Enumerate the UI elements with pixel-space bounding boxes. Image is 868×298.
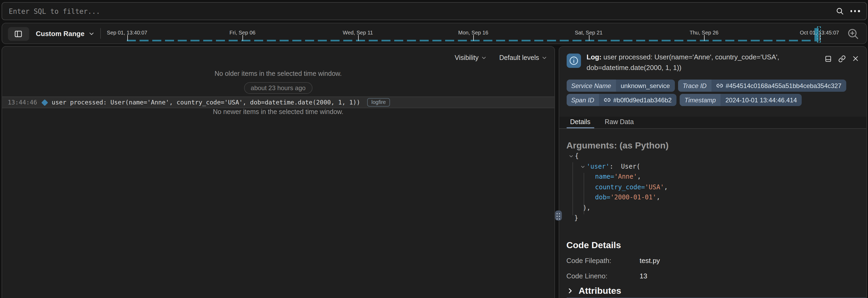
code-token: ,: [664, 183, 668, 191]
arguments-heading-main: Arguments:: [566, 140, 617, 151]
badge-span-id[interactable]: Span ID#b0f0d9ed1ab346b2: [566, 94, 677, 106]
chevron-down-icon: [481, 55, 487, 60]
timeline-tick-label: Mon, Sep 16: [458, 30, 488, 36]
dock-panel-icon[interactable]: [824, 55, 832, 63]
code-token: User(: [621, 163, 640, 170]
visibility-dropdown[interactable]: Visibility: [455, 54, 487, 61]
badge-value: #454514c0168a455a51bb4ceba354c327: [711, 82, 846, 89]
info-icon: [566, 54, 581, 68]
timeline-tick-mark: [473, 35, 474, 41]
code-token: 'Anne': [614, 173, 637, 180]
log-list-panel: Visibility Default levels No older items…: [1, 46, 555, 298]
sql-filter-input[interactable]: [1, 2, 867, 20]
arguments-code-tree: {'user': User(name='Anne',country_code='…: [566, 151, 859, 224]
log-row-tag[interactable]: logfire: [367, 98, 390, 107]
timeline-tick-mark: [358, 35, 359, 41]
code-detail-value: test.py: [640, 253, 859, 268]
close-icon[interactable]: [852, 55, 859, 62]
code-token: {: [575, 152, 579, 160]
code-line: country_code='USA',: [566, 182, 859, 193]
code-token: 'user': [587, 163, 610, 170]
timeline-tick-label: Fri, Sep 06: [229, 30, 255, 36]
badge-link-icon: [716, 82, 723, 89]
tab-raw-data[interactable]: Raw Data: [601, 117, 638, 128]
code-detail-label: Code Filepath:: [566, 253, 640, 268]
log-row-message: user processed: User(name='Anne', countr…: [52, 99, 360, 106]
code-token: 'USA': [645, 183, 664, 191]
chevron-down-icon: [542, 55, 547, 60]
time-ago-badge: about 23 hours ago: [244, 82, 312, 94]
timeline-tick-mark: [704, 35, 705, 41]
badge-value: unknown_service: [616, 82, 675, 89]
timeline-tick-label: Sep 01, 13:40:07: [107, 30, 147, 36]
code-line: ),: [566, 203, 859, 213]
code-token: ),: [583, 204, 590, 211]
timeline-tick-mark: [589, 35, 589, 41]
attributes-section-toggle[interactable]: Attributes: [566, 286, 859, 296]
more-options-icon[interactable]: [850, 10, 860, 12]
attributes-chevron-icon: [566, 288, 573, 294]
code-token: '2000-01-01': [611, 194, 656, 201]
timeline-tick-mark: [243, 35, 243, 41]
code-details-heading: Code Details: [566, 239, 859, 251]
timeline-tick-mark: [127, 35, 128, 41]
code-detail-label: Code Lineno:: [566, 268, 640, 284]
code-detail-value: 13: [640, 268, 859, 284]
link-icon[interactable]: [838, 55, 845, 63]
badge-label: Trace ID: [678, 79, 711, 92]
badge-link-icon: [604, 97, 611, 103]
arguments-heading-sub: (as Python): [619, 140, 669, 151]
sql-filter-bar: [1, 2, 867, 20]
tree-chevron-icon[interactable]: [568, 154, 573, 159]
code-token: dob=: [595, 194, 611, 201]
code-line: {: [566, 151, 859, 162]
timeline-tick-label: Oct 01, 13:45:07: [800, 30, 839, 36]
default-levels-label: Default levels: [499, 54, 539, 61]
zoom-in-icon[interactable]: [846, 28, 859, 40]
log-row[interactable]: 13:44:46 user processed: User(name='Anne…: [2, 97, 554, 108]
detail-title: Log: user processed: User(name='Anne', c…: [587, 52, 800, 73]
badge-value: 2024-10-01 13:44:46.414: [720, 96, 802, 104]
log-detail-panel: Log: user processed: User(name='Anne', c…: [558, 46, 867, 298]
badge-timestamp: Timestamp2024-10-01 13:44:46.414: [680, 94, 802, 106]
timeline-tick-mark: [819, 35, 820, 41]
no-newer-items-note: No newer items in the selected time wind…: [2, 108, 554, 115]
badge-trace-id[interactable]: Trace ID#454514c0168a455a51bb4ceba354c32…: [678, 79, 846, 92]
code-token: }: [574, 214, 578, 222]
code-line: 'user': User(: [566, 162, 859, 172]
detail-title-text: user processed: User(name='Anne', countr…: [587, 53, 779, 71]
log-row-timestamp: 13:44:46: [8, 99, 37, 106]
code-line: }: [566, 213, 859, 224]
code-token: ,: [656, 194, 660, 201]
detail-title-prefix: Log:: [587, 53, 601, 61]
default-levels-dropdown[interactable]: Default levels: [499, 54, 547, 61]
arguments-heading: Arguments: (as Python): [566, 140, 859, 151]
code-line: name='Anne',: [566, 172, 859, 182]
resize-handle-icon: [557, 213, 558, 214]
timeline-activity-dashes: [127, 39, 814, 41]
attributes-heading: Attributes: [579, 286, 621, 296]
main-area: Visibility Default levels No older items…: [1, 46, 867, 298]
tree-chevron-icon[interactable]: [580, 164, 585, 169]
logfire-app: Custom Range Sep 01, 13:40:07Fri, Sep 06…: [0, 0, 868, 298]
code-token: ,: [637, 173, 641, 180]
code-token: :: [610, 163, 621, 170]
badge-label: Span ID: [566, 94, 599, 106]
badge-value: #b0f0d9ed1ab346b2: [599, 96, 677, 104]
badge-label: Service Name: [566, 79, 616, 92]
no-older-items-note: No older items in the selected time wind…: [2, 70, 554, 77]
code-token: name=: [595, 173, 614, 180]
timeline-track[interactable]: Sep 01, 13:40:07Fri, Sep 06Wed, Sep 11Mo…: [2, 23, 866, 43]
code-line: dob='2000-01-01',: [566, 193, 859, 203]
badge-service-name: Service Nameunknown_service: [566, 79, 675, 92]
search-icon[interactable]: [835, 7, 844, 15]
timeline-bar: Custom Range Sep 01, 13:40:07Fri, Sep 06…: [1, 23, 867, 44]
code-details-rows: Code Filepath:test.pyCode Lineno:13: [566, 253, 859, 284]
detail-tabs: Details Raw Data: [559, 117, 866, 129]
tab-details[interactable]: Details: [566, 117, 594, 128]
timeline-tick-label: Wed, Sep 11: [343, 30, 373, 36]
timeline-tick-label: Thu, Sep 26: [690, 30, 719, 36]
panel-resize-handle[interactable]: [555, 210, 562, 221]
badge-label: Timestamp: [680, 94, 721, 106]
visibility-label: Visibility: [455, 54, 478, 61]
